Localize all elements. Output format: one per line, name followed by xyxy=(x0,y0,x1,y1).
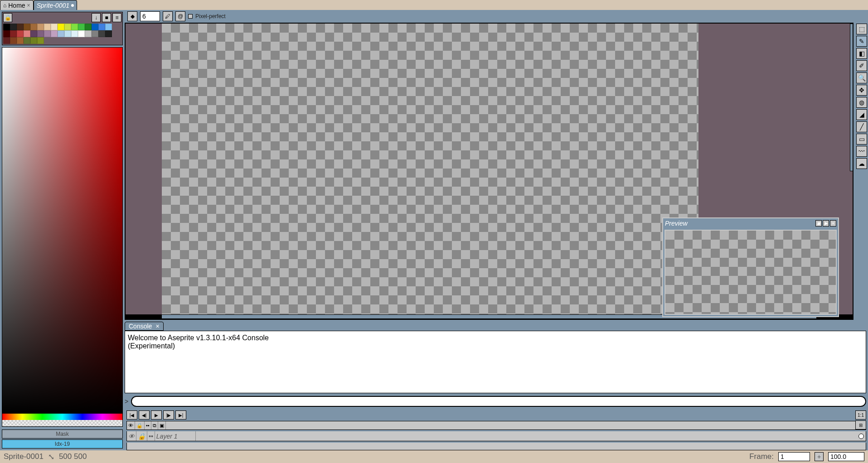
close-icon[interactable]: × xyxy=(27,2,30,9)
rectangle-tool[interactable]: ▭ xyxy=(856,134,867,145)
continuous-header-icon[interactable]: •• xyxy=(145,421,151,429)
palette-swatch[interactable] xyxy=(58,30,64,37)
console-tab[interactable]: Console × xyxy=(125,322,164,331)
palette-swatch[interactable] xyxy=(24,30,30,37)
cel[interactable] xyxy=(857,434,866,439)
ink-type-button[interactable]: 🖊 xyxy=(163,11,173,21)
palette-swatch[interactable] xyxy=(3,37,10,44)
palette-swatch[interactable] xyxy=(92,30,98,37)
tab-home[interactable]: ⌂ Home × xyxy=(0,0,34,10)
preview-titlebar[interactable]: Preview ▣ ▶ × xyxy=(663,218,838,228)
layer-name[interactable]: Layer 1 xyxy=(155,431,196,441)
layer-lock-toggle[interactable]: 🔒 xyxy=(136,431,147,441)
pixel-perfect-checkbox[interactable] xyxy=(188,14,193,19)
palette-swatch[interactable] xyxy=(58,24,64,30)
palette-swatch[interactable] xyxy=(24,37,30,44)
palette-swatch[interactable] xyxy=(105,24,112,30)
fg-color-bar[interactable]: Mask xyxy=(2,429,123,439)
next-frame-button[interactable]: |▶ xyxy=(163,410,174,420)
eraser-tool[interactable]: ◧ xyxy=(856,48,867,59)
palette-swatch[interactable] xyxy=(17,24,24,30)
tab-sprite[interactable]: Sprite-0001 xyxy=(34,0,77,10)
preview-center-button[interactable]: ▣ xyxy=(815,220,822,227)
preview-close-button[interactable]: × xyxy=(830,220,836,227)
palette-swatch[interactable] xyxy=(64,30,71,37)
palette-swatch[interactable] xyxy=(10,30,17,37)
canvas-area[interactable]: Preview ▣ ▶ × xyxy=(125,23,853,320)
hue-slider[interactable] xyxy=(2,414,122,420)
layer-row[interactable]: 👁 🔒 •• Layer 1 xyxy=(126,431,866,441)
timeline-fit-button[interactable]: 1:1 xyxy=(855,410,866,420)
brush-type-button[interactable]: ◆ xyxy=(127,11,137,21)
eyedropper-tool[interactable]: ✐ xyxy=(856,60,867,71)
palette-swatch[interactable] xyxy=(51,30,58,37)
paint-bucket-tool[interactable]: ◍ xyxy=(856,97,867,108)
palette-menu-button[interactable]: 🔒 xyxy=(3,13,12,22)
palette-swatch[interactable] xyxy=(64,24,71,30)
palette-swatch[interactable] xyxy=(85,24,92,30)
zindex-header-icon[interactable]: ▣ xyxy=(158,421,166,429)
palette-swatch[interactable] xyxy=(98,24,105,30)
palette-swatch[interactable] xyxy=(37,37,44,44)
alpha-slider[interactable] xyxy=(2,420,122,426)
palette-swatch[interactable] xyxy=(37,24,44,30)
blur-tool[interactable]: ☁ xyxy=(856,158,867,169)
palette-swatch[interactable] xyxy=(10,24,17,30)
console-input[interactable] xyxy=(131,396,866,407)
palette-swatch[interactable] xyxy=(51,24,58,30)
move-tool[interactable]: ✥ xyxy=(856,85,867,96)
zoom-input[interactable] xyxy=(828,452,864,461)
pencil-tool[interactable]: ✎ xyxy=(856,36,867,47)
timeline-body[interactable] xyxy=(126,443,866,450)
frame-input[interactable] xyxy=(778,452,810,461)
palette-swatch[interactable] xyxy=(92,24,98,30)
preview-window[interactable]: Preview ▣ ▶ × xyxy=(662,217,839,317)
palette-swatch[interactable] xyxy=(85,30,92,37)
prev-frame-button[interactable]: ◀| xyxy=(139,410,150,420)
preview-canvas[interactable] xyxy=(664,230,837,315)
first-frame-button[interactable]: |◀ xyxy=(126,410,137,420)
palette-swatch[interactable] xyxy=(30,37,37,44)
visibility-header-icon[interactable]: 👁 xyxy=(127,421,135,429)
palette-presets-button[interactable]: ■ xyxy=(102,13,111,22)
palette-swatch[interactable] xyxy=(44,24,51,30)
gradient-tool[interactable]: ◢ xyxy=(856,109,867,120)
palette-swatch[interactable] xyxy=(71,30,78,37)
palette-swatch[interactable] xyxy=(24,24,30,30)
timeline-options-button[interactable]: ⊞ xyxy=(855,420,866,429)
palette-swatch[interactable] xyxy=(78,30,85,37)
palette-swatch[interactable] xyxy=(37,30,44,37)
saturation-value-area[interactable] xyxy=(2,48,122,414)
palette-swatch[interactable] xyxy=(105,30,112,37)
palette-swatch[interactable] xyxy=(30,24,37,30)
palette-swatch[interactable] xyxy=(17,37,24,44)
palette-swatch[interactable] xyxy=(78,24,85,30)
last-frame-button[interactable]: ▶| xyxy=(175,410,186,420)
palette-swatch[interactable] xyxy=(3,30,10,37)
palette-options-button[interactable]: ≡ xyxy=(112,13,121,22)
palette-swatch[interactable] xyxy=(98,30,105,37)
palette-swatch[interactable] xyxy=(71,24,78,30)
palette-swatch[interactable] xyxy=(30,30,37,37)
play-button[interactable]: ▶ xyxy=(151,410,162,420)
brush-size-input[interactable] xyxy=(140,11,160,21)
layer-continuous-toggle[interactable]: •• xyxy=(147,431,155,441)
zoom-tool[interactable]: 🔍 xyxy=(856,72,867,83)
palette-swatch[interactable] xyxy=(44,30,51,37)
bg-color-bar[interactable]: Idx-19 xyxy=(2,439,123,449)
layer-visibility-toggle[interactable]: 👁 xyxy=(127,431,136,441)
link-header-icon[interactable]: ⧉ xyxy=(151,421,158,429)
line-tool[interactable]: ╱ xyxy=(856,121,867,132)
palette-swatch[interactable] xyxy=(3,24,10,30)
marquee-tool[interactable]: ⬚ xyxy=(856,24,867,34)
preview-play-button[interactable]: ▶ xyxy=(823,220,829,227)
close-icon[interactable]: × xyxy=(155,323,159,330)
dynamics-button[interactable]: @ xyxy=(175,11,185,21)
contour-tool[interactable]: 〰 xyxy=(856,146,867,157)
new-frame-button[interactable]: + xyxy=(815,452,824,461)
palette-swatch[interactable] xyxy=(17,30,24,37)
palette-swatch[interactable] xyxy=(10,37,17,44)
palette-sort-button[interactable]: ↓ xyxy=(92,13,101,22)
sprite-canvas[interactable] xyxy=(162,24,698,314)
lock-header-icon[interactable]: 🔒 xyxy=(135,421,145,429)
